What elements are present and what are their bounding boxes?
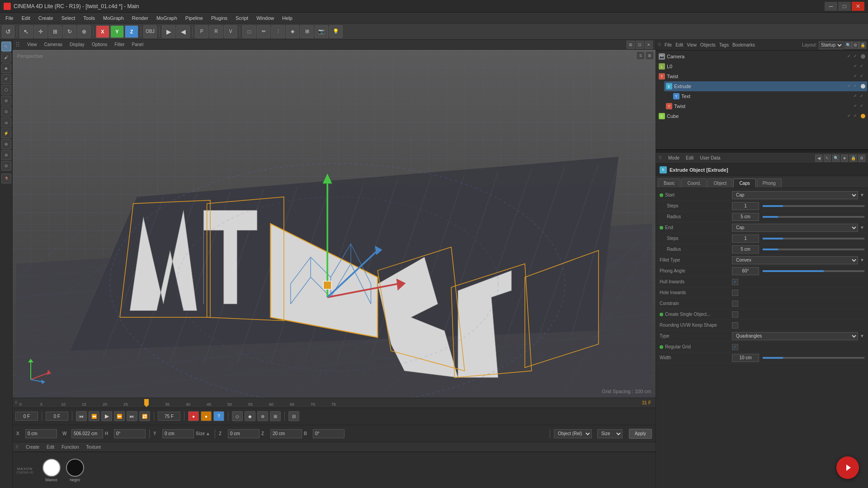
camera-vis-icon[interactable]: ✓ bbox=[847, 54, 853, 59]
obj-twist-child[interactable]: T Twist ✓ ✓ bbox=[664, 101, 867, 111]
rm-objects-menu[interactable]: Objects bbox=[698, 42, 717, 48]
perspective-btn[interactable]: P bbox=[195, 25, 208, 38]
cube-vis-icon[interactable]: ✓ bbox=[847, 113, 853, 119]
play-forward-btn[interactable]: ▶ bbox=[162, 25, 175, 38]
maximize-button[interactable]: □ bbox=[838, 2, 851, 11]
viewport[interactable]: ⠿ View Cameras Display Options Filter Pa… bbox=[13, 40, 656, 398]
attr-userdata-menu[interactable]: User Data bbox=[698, 155, 722, 161]
start-radius-field[interactable] bbox=[732, 213, 759, 221]
brush-tool[interactable]: ⊜ bbox=[1, 150, 11, 160]
keyframe-del-btn[interactable]: ◆ bbox=[245, 411, 255, 421]
regular-grid-checkbox[interactable]: ✓ bbox=[732, 344, 738, 350]
rotate-tool[interactable]: ↻ bbox=[63, 25, 76, 38]
obj-l0[interactable]: L L0 ✓ ✓ bbox=[657, 61, 867, 71]
hull-inwards-checkbox[interactable]: ✓ bbox=[732, 279, 738, 285]
attr-edit-menu[interactable]: Edit bbox=[684, 155, 695, 161]
material-blanco[interactable]: blanco bbox=[42, 459, 61, 482]
end-frame-field[interactable] bbox=[158, 412, 180, 421]
menu-tools[interactable]: Tools bbox=[80, 14, 99, 22]
apply-button[interactable]: Apply bbox=[629, 429, 652, 439]
tab-object[interactable]: Object bbox=[708, 178, 732, 188]
obj-camera[interactable]: 📷 Camera ✓ ✓ bbox=[657, 52, 867, 61]
material-negro[interactable]: negro bbox=[66, 459, 84, 482]
minimize-button[interactable]: ─ bbox=[825, 2, 837, 11]
width-field[interactable] bbox=[732, 354, 759, 362]
camera-tool[interactable]: 📷 bbox=[315, 25, 328, 38]
twist-vis-icon[interactable]: ✓ bbox=[854, 74, 859, 79]
obj-text[interactable]: T Text ✓ ✓ bbox=[671, 91, 867, 101]
motion-btn[interactable]: ⊞ bbox=[270, 411, 281, 421]
end-radius-slider[interactable] bbox=[763, 249, 864, 250]
vp-close-btn[interactable]: ✕ bbox=[645, 41, 653, 49]
h-field[interactable] bbox=[114, 429, 146, 438]
rm-bookmarks-menu[interactable]: Bookmarks bbox=[731, 42, 757, 48]
object-tool[interactable]: OBJ bbox=[143, 25, 157, 38]
mat-texture-menu[interactable]: Texture bbox=[85, 444, 103, 450]
light-tool[interactable]: 💡 bbox=[329, 25, 343, 38]
scale-tool[interactable]: ⊞ bbox=[48, 25, 62, 38]
attr-search-btn[interactable]: 🔍 bbox=[832, 155, 840, 162]
mat-create-menu[interactable]: Create bbox=[24, 444, 41, 450]
attr-mode-menu[interactable]: Mode bbox=[666, 155, 681, 161]
fullscreen-btn[interactable]: ⊞ bbox=[646, 52, 654, 60]
rounding-uvw-checkbox[interactable] bbox=[732, 322, 738, 328]
rm-edit-menu[interactable]: Edit bbox=[674, 42, 685, 48]
record-obj-btn[interactable]: ● bbox=[201, 411, 212, 421]
z-field[interactable] bbox=[228, 429, 259, 438]
box-tool[interactable]: □ bbox=[242, 25, 256, 38]
rm-file-menu[interactable]: File bbox=[663, 42, 674, 48]
record-all-btn[interactable]: ● bbox=[188, 411, 199, 421]
layout-search-btn[interactable]: 🔍 bbox=[844, 42, 852, 49]
deform-tool[interactable]: ◈ bbox=[286, 25, 299, 38]
current-frame-field[interactable] bbox=[15, 412, 38, 421]
mat-function-menu[interactable]: Function bbox=[60, 444, 80, 450]
menu-plugins[interactable]: Plugins bbox=[208, 14, 231, 22]
polygon-tool[interactable]: ⬡ bbox=[1, 85, 11, 95]
object-rel-dropdown[interactable]: Object (Rel) World bbox=[554, 429, 592, 438]
tab-coord[interactable]: Coord. bbox=[681, 178, 707, 188]
vp-float-btn[interactable]: ⊡ bbox=[636, 41, 644, 49]
start-type-select[interactable]: Cap Fillet bbox=[732, 191, 858, 199]
view-menu[interactable]: View bbox=[25, 42, 39, 47]
end-radius-field[interactable] bbox=[732, 245, 759, 253]
start-radius-slider[interactable] bbox=[763, 216, 864, 218]
text-lock-icon[interactable]: ✓ bbox=[860, 94, 865, 99]
phong-angle-field[interactable] bbox=[732, 267, 759, 275]
axis-z-button[interactable]: Z bbox=[125, 25, 138, 38]
b-field[interactable] bbox=[313, 429, 344, 438]
edge-tool[interactable]: ⊘ bbox=[1, 96, 11, 106]
menu-render[interactable]: Render bbox=[128, 14, 152, 22]
move-tool[interactable]: ↖ bbox=[19, 25, 33, 38]
misc-tool[interactable]: ⊝ bbox=[1, 161, 11, 171]
size-dropdown[interactable]: Size Scale bbox=[597, 429, 623, 438]
viewport-btn[interactable]: V bbox=[224, 25, 237, 38]
attr-star-btn[interactable]: ★ bbox=[841, 155, 848, 162]
magnet-tool[interactable]: ⚡ bbox=[1, 128, 11, 138]
layout-settings-btn[interactable]: ⚙ bbox=[852, 42, 859, 49]
step-back-btn[interactable]: ⏪ bbox=[89, 411, 99, 421]
scene-area[interactable]: Perspective Grid Spacing : 100 cm S ⊞ bbox=[13, 50, 656, 398]
l0-lock-icon[interactable]: ✓ bbox=[860, 64, 865, 69]
display-menu[interactable]: Display bbox=[68, 42, 86, 47]
timeline-btn[interactable]: ⊟ bbox=[288, 411, 299, 421]
keyframe-add-btn[interactable]: ◇ bbox=[232, 411, 243, 421]
axis-y-button[interactable]: Y bbox=[110, 25, 124, 38]
material-negro-swatch[interactable] bbox=[66, 459, 84, 477]
fab-button[interactable] bbox=[836, 456, 859, 479]
tab-phong[interactable]: Phong bbox=[757, 178, 782, 188]
undo-button[interactable]: ↺ bbox=[2, 25, 14, 38]
extrude-lock-icon[interactable]: ✓ bbox=[854, 84, 859, 89]
layout-lock-btn[interactable]: 🔒 bbox=[859, 42, 866, 49]
menu-create[interactable]: Create bbox=[35, 14, 57, 22]
obj-twist-top[interactable]: T Twist ✓ ✓ bbox=[657, 71, 867, 81]
camera-lock-icon[interactable]: ✓ bbox=[854, 54, 859, 59]
grid-tool[interactable]: ⊞ bbox=[300, 25, 314, 38]
w-field[interactable] bbox=[71, 429, 103, 438]
create-single-checkbox[interactable] bbox=[732, 311, 738, 318]
phong-angle-slider[interactable] bbox=[763, 270, 864, 272]
menu-window[interactable]: Window bbox=[253, 14, 278, 22]
goto-end-btn[interactable]: ⏭ bbox=[127, 411, 137, 421]
end-type-select[interactable]: Cap Fillet bbox=[732, 224, 858, 232]
flame-tool[interactable]: ⚗ bbox=[1, 174, 11, 183]
width-slider[interactable] bbox=[763, 357, 864, 359]
